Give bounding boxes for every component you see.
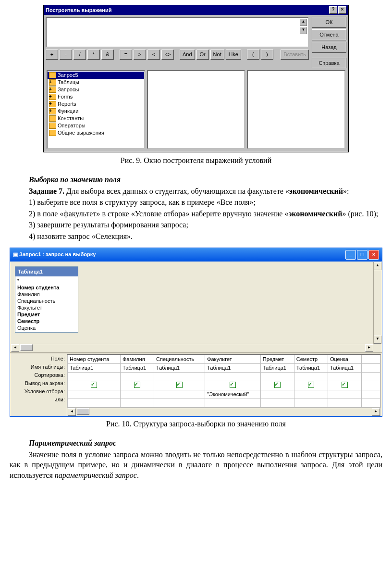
spin-up-icon[interactable]: ▲ — [300, 19, 307, 26]
tree-item[interactable]: Операторы — [48, 122, 144, 129]
close-icon[interactable]: × — [368, 250, 379, 260]
tree-item[interactable]: Константы — [48, 115, 144, 122]
table-card[interactable]: Таблица1 *Номер студентаФамилияСпециальн… — [15, 266, 78, 333]
op---button[interactable]: - — [60, 50, 72, 60]
op-or-button[interactable]: Or — [196, 50, 209, 60]
op-like-button[interactable]: Like — [226, 50, 241, 60]
field-cell[interactable]: Фамилия — [120, 355, 154, 363]
close-icon[interactable]: × — [338, 6, 346, 14]
help-button[interactable]: Справка — [312, 58, 346, 69]
show-checkbox[interactable] — [176, 382, 183, 388]
table-cell[interactable]: Таблица1 — [154, 363, 205, 372]
vertical-scrollbar[interactable]: ▲▼ — [373, 262, 381, 344]
table-cell[interactable]: Таблица1 — [120, 363, 154, 372]
field-item[interactable]: Предмет — [17, 311, 76, 318]
scroll-right-icon[interactable]: ► — [365, 344, 373, 352]
show-checkbox[interactable] — [91, 382, 97, 388]
tree-item[interactable]: Функции — [48, 108, 144, 115]
field-cell[interactable]: Семестр — [294, 355, 328, 363]
op-)-button[interactable]: ) — [261, 50, 273, 60]
show-checkbox[interactable] — [274, 382, 281, 388]
table-cell[interactable]: Таблица1 — [205, 363, 261, 372]
or-cell[interactable] — [328, 399, 361, 408]
tree-item[interactable]: Таблицы — [48, 79, 144, 86]
criteria-cell[interactable]: "Экономический" — [205, 390, 261, 399]
op->-button[interactable]: > — [134, 50, 146, 60]
show-checkbox[interactable] — [230, 382, 236, 388]
tree-item[interactable]: Запрос5 — [48, 72, 144, 79]
tree-item[interactable]: Запросы — [48, 86, 144, 93]
field-item[interactable]: Оценка — [17, 324, 76, 331]
op-/-button[interactable]: / — [74, 50, 86, 60]
op-&-button[interactable]: & — [101, 50, 114, 60]
table-cell[interactable]: Таблица1 — [68, 363, 121, 372]
field-item[interactable]: Фамилия — [17, 291, 76, 298]
scroll-down-icon[interactable]: ▼ — [374, 336, 381, 344]
sort-cell[interactable] — [294, 372, 328, 381]
table-cell[interactable]: Таблица1 — [260, 363, 294, 372]
sort-cell[interactable] — [328, 372, 361, 381]
sort-cell[interactable] — [120, 372, 154, 381]
field-item[interactable]: Номер студента — [17, 284, 76, 291]
help-icon[interactable]: ? — [329, 6, 337, 14]
op-(-button[interactable]: ( — [247, 50, 259, 60]
op-=-button[interactable]: = — [120, 50, 132, 60]
criteria-cell[interactable] — [260, 390, 294, 399]
or-cell[interactable] — [205, 399, 261, 408]
op-and-button[interactable]: And — [180, 50, 195, 60]
sort-cell[interactable] — [260, 372, 294, 381]
or-cell[interactable] — [68, 399, 121, 408]
ok-button[interactable]: ОК — [312, 17, 346, 28]
field-item[interactable]: Семестр — [17, 318, 76, 324]
or-cell[interactable] — [120, 399, 154, 408]
op-<>-button[interactable]: <> — [161, 50, 174, 60]
show-checkbox[interactable] — [342, 382, 348, 388]
table-cell[interactable]: Таблица1 — [294, 363, 328, 372]
paste-button[interactable]: Вставить — [281, 50, 309, 60]
sort-cell[interactable] — [154, 372, 205, 381]
field-item[interactable]: * — [17, 277, 76, 284]
show-checkbox[interactable] — [134, 382, 140, 388]
field-item[interactable]: Факультет — [17, 304, 76, 311]
maximize-icon[interactable]: □ — [357, 250, 368, 260]
tree-item[interactable]: Общие выражения — [48, 129, 144, 137]
op-<-button[interactable]: < — [147, 50, 160, 60]
op-+-button[interactable]: + — [46, 50, 58, 60]
field-cell[interactable]: Предмет — [260, 355, 294, 363]
values-list[interactable] — [247, 70, 345, 149]
scroll-up-icon[interactable]: ▲ — [374, 262, 381, 270]
criteria-cell[interactable] — [328, 390, 361, 399]
scroll-left-icon[interactable]: ◄ — [68, 408, 76, 416]
field-cell[interactable]: Специальность — [154, 355, 205, 363]
field-cell[interactable]: Факультет — [205, 355, 261, 363]
or-cell[interactable] — [154, 399, 205, 408]
items-list[interactable] — [147, 70, 245, 149]
back-button[interactable]: Назад — [312, 42, 346, 53]
category-tree[interactable]: Запрос5ТаблицыЗапросыFormsReportsФункции… — [47, 70, 145, 149]
sort-cell[interactable] — [205, 372, 261, 381]
relationship-pane[interactable]: Таблица1 *Номер студентаФамилияСпециальн… — [10, 262, 382, 352]
criteria-cell[interactable] — [294, 390, 328, 399]
field-item[interactable]: Специальность — [17, 298, 76, 304]
criteria-cell[interactable] — [68, 390, 121, 399]
design-table[interactable]: Номер студентаФамилияСпециальностьФакуль… — [67, 355, 380, 408]
scroll-left-icon[interactable]: ◄ — [11, 344, 19, 352]
field-cell[interactable]: Номер студента — [68, 355, 121, 363]
expression-textarea[interactable]: ▲▼ — [46, 17, 309, 48]
op-*-button[interactable]: * — [87, 50, 100, 60]
op-not-button[interactable]: Not — [210, 50, 224, 60]
spin-down-icon[interactable]: ▼ — [300, 27, 307, 34]
or-cell[interactable] — [294, 399, 328, 408]
scroll-right-icon[interactable]: ► — [372, 408, 380, 416]
table-cell[interactable]: Таблица1 — [328, 363, 361, 372]
tree-item[interactable]: Forms — [48, 93, 144, 100]
grid-scrollbar[interactable]: ◄► — [67, 408, 380, 416]
criteria-cell[interactable] — [120, 390, 154, 399]
criteria-cell[interactable] — [154, 390, 205, 399]
minimize-icon[interactable]: _ — [345, 250, 356, 260]
sort-cell[interactable] — [68, 372, 121, 381]
cancel-button[interactable]: Отмена — [312, 29, 346, 40]
show-checkbox[interactable] — [308, 382, 314, 388]
field-cell[interactable]: Оценка — [328, 355, 361, 363]
or-cell[interactable] — [260, 399, 294, 408]
